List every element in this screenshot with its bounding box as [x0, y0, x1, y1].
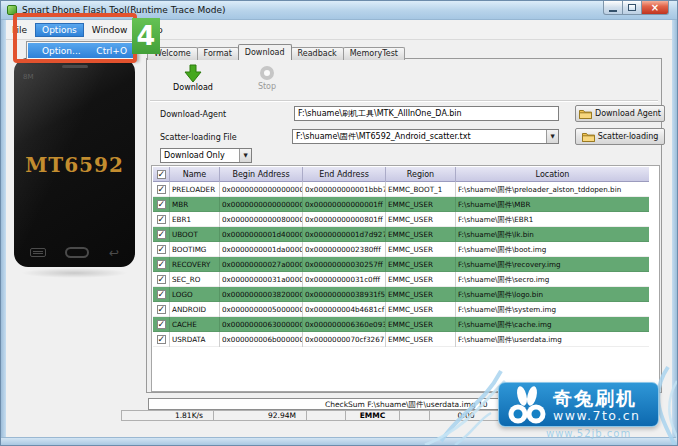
cell-name: LOGO: [170, 287, 220, 302]
scatter-file-label: Scatter-loading File: [160, 133, 237, 142]
status-cell: EMMC: [345, 410, 400, 421]
column-header: End Address: [303, 167, 386, 182]
row-checkbox-cell: [153, 257, 170, 272]
download-mode-combobox[interactable]: Download Only: [160, 148, 252, 163]
row-checkbox[interactable]: [157, 320, 166, 329]
cell-name: CACHE: [170, 317, 220, 332]
select-all-checkbox[interactable]: [157, 170, 166, 179]
table-row[interactable]: EBR10x00000000000800000x00000000000801ff…: [153, 212, 649, 227]
cell-end-address: 0x00000000030257ff: [303, 257, 386, 272]
row-checkbox[interactable]: [157, 260, 166, 269]
chevron-down-icon[interactable]: [239, 149, 251, 162]
watermark-url: www.7to.cn: [553, 409, 641, 422]
table-row[interactable]: BOOTIMG0x0000000001da00000x0000000002380…: [153, 242, 649, 257]
scatter-loading-button[interactable]: Scatter-loading: [575, 128, 665, 145]
download-tab-panel: Download Stop Download-Agent F:\shuame\刷…: [146, 58, 662, 393]
cell-name: MBR: [170, 197, 220, 212]
cell-begin-address: 0x0000000001da0000: [220, 242, 303, 257]
row-checkbox-cell: [153, 242, 170, 257]
table-row[interactable]: PRELOADER0x00000000000000000x00000000000…: [153, 182, 649, 197]
table-row[interactable]: ANDROID0x00000000050000000x000000004b468…: [153, 302, 649, 317]
tab-download[interactable]: Download: [238, 44, 292, 60]
folder-icon: [582, 132, 595, 142]
stop-button-label: Stop: [245, 82, 289, 91]
cell-location: F:\shuame\固件\lk.bin: [456, 227, 649, 242]
cell-begin-address: 0x0000000001d40000: [220, 227, 303, 242]
row-checkbox-cell: [153, 332, 170, 347]
scatter-file-combobox[interactable]: F:\shuame\固件\MT6592_Android_scatter.txt: [292, 129, 559, 144]
scatter-loading-button-label: Scatter-loading: [598, 132, 659, 141]
app-window: Smart Phone Flash Tool(Runtime Trace Mod…: [0, 0, 678, 446]
download-button[interactable]: Download: [161, 64, 225, 92]
cell-name: ANDROID: [170, 302, 220, 317]
cell-region: EMMC_USER: [386, 302, 456, 317]
table-row[interactable]: MBR0x00000000000000000x00000000000001ffE…: [153, 197, 649, 212]
cell-location: F:\shuame\固件\cache.img: [456, 317, 649, 332]
close-button[interactable]: [641, 1, 669, 15]
download-agent-button[interactable]: Download Agent: [575, 105, 665, 122]
row-checkbox[interactable]: [157, 185, 166, 194]
row-checkbox[interactable]: [157, 230, 166, 239]
cell-begin-address: 0x0000000005000000: [220, 302, 303, 317]
cell-region: EMMC_USER: [386, 272, 456, 287]
table-row[interactable]: UBOOT0x0000000001d400000x0000000001d7d92…: [153, 227, 649, 242]
phone-home-icon: [65, 247, 89, 258]
status-cell: 0:00: [429, 410, 503, 421]
row-checkbox-cell: [153, 227, 170, 242]
toolbar-separator: [150, 100, 658, 102]
download-agent-input[interactable]: F:\shuame\刷机工具\MTK_AllInOne_DA.bin: [294, 106, 559, 121]
cell-end-address: 0x0000000070cf3267: [303, 332, 386, 347]
download-agent-label: Download-Agent: [160, 110, 226, 119]
row-checkbox-cell: [153, 287, 170, 302]
table-row[interactable]: SEC_RO0x00000000031a00000x00000000031c0f…: [153, 272, 649, 287]
download-mode-value: Download Only: [164, 151, 225, 160]
tab-memorytest[interactable]: MemoryTest: [343, 47, 405, 60]
cell-end-address: 0x00000000038931f5: [303, 287, 386, 302]
table-row[interactable]: RECOVERY0x00000000027a00000x000000000302…: [153, 257, 649, 272]
row-checkbox[interactable]: [157, 215, 166, 224]
maximize-icon: [628, 4, 636, 11]
row-checkbox[interactable]: [157, 200, 166, 209]
table-row[interactable]: CACHE0x00000000630000000x000000006360e09…: [153, 317, 649, 332]
progress-text: CheckSum F:\shuame\固件\userdata.img 10: [325, 400, 488, 410]
tab-format[interactable]: Format: [197, 47, 239, 60]
column-header: Begin Address: [220, 167, 303, 182]
cell-begin-address: 0x000000006b000000: [220, 332, 303, 347]
cell-region: EMMC_USER: [386, 317, 456, 332]
cell-location: F:\shuame\固件\userdata.img: [456, 332, 649, 347]
cell-location: F:\shuame\固件\logo.bin: [456, 287, 649, 302]
table-row[interactable]: USRDATA0x000000006b0000000x0000000070cf3…: [153, 332, 649, 347]
tab-readback[interactable]: Readback: [291, 47, 344, 60]
cell-begin-address: 0x0000000000000000: [220, 197, 303, 212]
stop-icon: [260, 66, 274, 80]
folder-icon: [579, 109, 592, 119]
cell-location: F:\shuame\固件\boot.img: [456, 242, 649, 257]
row-checkbox-cell: [153, 212, 170, 227]
row-checkbox[interactable]: [157, 305, 166, 314]
row-checkbox[interactable]: [157, 290, 166, 299]
row-checkbox[interactable]: [157, 245, 166, 254]
status-cell: [306, 410, 346, 421]
row-checkbox[interactable]: [157, 275, 166, 284]
cell-region: EMMC_USER: [386, 257, 456, 272]
annotation-highlight-box: [13, 13, 137, 63]
maximize-button[interactable]: [622, 1, 642, 15]
cell-location: F:\shuame\固件\secro.img: [456, 272, 649, 287]
cell-location: F:\shuame\固件\system.img: [456, 302, 649, 317]
phone-earpiece: [62, 65, 88, 68]
cell-name: PRELOADER: [170, 182, 220, 197]
minimize-button[interactable]: [603, 1, 623, 15]
cell-name: BOOTIMG: [170, 242, 220, 257]
minimize-icon: [609, 10, 617, 12]
stop-button[interactable]: Stop: [245, 64, 289, 91]
row-checkbox-cell: [153, 197, 170, 212]
cell-end-address: 0x000000004b4681cf: [303, 302, 386, 317]
cell-end-address: 0x00000000000801ff: [303, 212, 386, 227]
cell-begin-address: 0x0000000063000000: [220, 317, 303, 332]
cell-region: EMMC_USER: [386, 242, 456, 257]
partition-table: NameBegin AddressEnd AddressRegionLocati…: [153, 167, 649, 347]
cell-name: UBOOT: [170, 227, 220, 242]
row-checkbox[interactable]: [157, 335, 166, 344]
chevron-down-icon[interactable]: [546, 130, 558, 143]
table-row[interactable]: LOGO0x00000000038200000x00000000038931f5…: [153, 287, 649, 302]
